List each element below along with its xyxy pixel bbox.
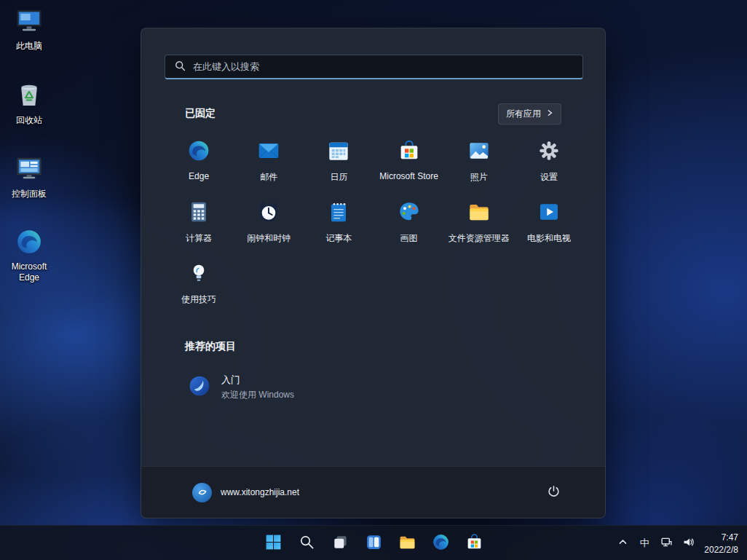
- desktop-icon-this-pc[interactable]: 此电脑: [4, 6, 55, 52]
- store-icon: [398, 139, 421, 165]
- pinned-app-edge[interactable]: Edge: [164, 135, 234, 192]
- user-profile-button[interactable]: www.xitongzhijia.net: [186, 478, 305, 507]
- get-started-icon: [188, 374, 211, 401]
- monitor-icon: [15, 6, 44, 38]
- app-label: 邮件: [260, 171, 277, 184]
- taskbar-store-button[interactable]: [459, 529, 489, 558]
- app-label: 文件资源管理器: [448, 232, 510, 245]
- taskbar-search-button[interactable]: [292, 529, 321, 558]
- pinned-app-calculator[interactable]: 计算器: [164, 196, 234, 253]
- pinned-app-paint[interactable]: 画图: [374, 196, 443, 253]
- search-icon: [299, 534, 315, 553]
- desktop-icon-label: 此电脑: [16, 41, 42, 52]
- taskbar-widgets-button[interactable]: [359, 529, 388, 558]
- folder-icon: [398, 533, 416, 554]
- tray-date: 2022/2/8: [704, 544, 738, 556]
- pinned-app-clock[interactable]: 闹钟和时钟: [234, 196, 304, 253]
- settings-gear-icon: [537, 139, 561, 165]
- power-button[interactable]: [540, 479, 567, 505]
- desktop-icon-control-panel[interactable]: 控制面板: [4, 154, 55, 200]
- volume-icon: [682, 536, 695, 551]
- taskbar-center: [258, 529, 489, 558]
- widgets-icon: [365, 533, 383, 554]
- taskbar-tray: 中 7:47 202: [612, 529, 744, 558]
- taskbar: 中 7:47 202: [0, 525, 747, 560]
- desktop-icon-column: 此电脑 回收站: [4, 6, 55, 284]
- lightbulb-icon: [187, 261, 210, 288]
- folder-icon: [467, 200, 491, 226]
- avatar: [192, 483, 212, 502]
- recommended-item-subtitle: 欢迎使用 Windows: [221, 389, 294, 401]
- tray-clock[interactable]: 7:47 2022/2/8: [700, 530, 744, 556]
- windows-logo-icon: [264, 533, 282, 554]
- all-apps-label: 所有应用: [506, 108, 541, 120]
- search-icon: [174, 60, 186, 74]
- desktop-icon-label: Microsoft Edge: [4, 261, 55, 284]
- ime-label: 中: [640, 537, 649, 550]
- desktop-icon-label: 回收站: [16, 115, 42, 127]
- recommended-item-title: 入门: [221, 374, 294, 387]
- pinned-app-mail[interactable]: 邮件: [234, 135, 304, 192]
- all-apps-button[interactable]: 所有应用: [498, 103, 561, 125]
- tray-time: 7:47: [704, 532, 738, 544]
- photos-icon: [467, 139, 491, 165]
- search-input[interactable]: [193, 61, 574, 72]
- app-label: 使用技巧: [181, 293, 216, 306]
- pinned-app-grid: Edge 邮件: [164, 135, 584, 314]
- task-view-icon: [332, 534, 349, 553]
- app-label: 记事本: [325, 232, 352, 245]
- tray-show-hidden-button[interactable]: [612, 530, 633, 556]
- app-label: 闹钟和时钟: [247, 232, 290, 245]
- pinned-app-calendar[interactable]: 日历: [304, 135, 374, 192]
- recommended-item-get-started[interactable]: 入门 欢迎使用 Windows: [179, 368, 303, 407]
- calendar-icon: [327, 139, 350, 165]
- store-icon: [465, 533, 483, 554]
- desktop-icon-recycle-bin[interactable]: 回收站: [4, 80, 55, 127]
- taskbar-explorer-button[interactable]: [392, 529, 422, 558]
- calculator-icon: [187, 200, 210, 226]
- app-label: 电影和电视: [527, 232, 571, 245]
- edge-icon: [187, 139, 210, 165]
- recommended-section-title: 推荐的项目: [185, 340, 236, 353]
- app-label: 画图: [400, 232, 418, 245]
- start-menu-footer: www.xitongzhijia.net: [141, 466, 605, 518]
- taskbar-taskview-button[interactable]: [325, 529, 355, 558]
- control-panel-icon: [15, 154, 44, 186]
- pinned-app-explorer[interactable]: 文件资源管理器: [444, 196, 514, 253]
- movies-tv-icon: [537, 200, 561, 226]
- pinned-app-settings[interactable]: 设置: [514, 135, 584, 192]
- taskbar-start-button[interactable]: [258, 529, 288, 558]
- alarm-clock-icon: [257, 200, 280, 226]
- edge-icon: [432, 533, 450, 554]
- power-icon: [547, 484, 561, 501]
- app-label: 日历: [330, 171, 347, 184]
- paint-palette-icon: [398, 200, 421, 226]
- app-label: Microsoft Store: [379, 171, 438, 181]
- pinned-app-tips[interactable]: 使用技巧: [164, 257, 234, 314]
- pinned-app-notepad[interactable]: 记事本: [304, 196, 374, 253]
- search-box: [165, 55, 583, 79]
- tray-network-button[interactable]: [656, 530, 676, 556]
- desktop-icon-label: 控制面板: [12, 189, 47, 200]
- recycle-bin-icon: [15, 80, 44, 112]
- pinned-app-photos[interactable]: 照片: [444, 135, 514, 192]
- pinned-section-title: 已固定: [185, 107, 216, 120]
- app-label: 设置: [540, 171, 558, 184]
- desktop-icon-edge[interactable]: Microsoft Edge: [4, 228, 55, 284]
- start-menu: 已固定 所有应用 Edge: [141, 28, 606, 518]
- tray-ime-button[interactable]: 中: [634, 530, 655, 556]
- pinned-app-movies[interactable]: 电影和电视: [514, 196, 584, 253]
- desktop: 此电脑 回收站: [0, 0, 747, 560]
- notepad-icon: [327, 200, 350, 226]
- app-label: 计算器: [186, 232, 212, 245]
- taskbar-edge-button[interactable]: [426, 529, 455, 558]
- tray-volume-button[interactable]: [678, 530, 698, 556]
- app-label: 照片: [470, 171, 488, 184]
- edge-icon: [15, 228, 43, 259]
- app-label: Edge: [189, 171, 209, 181]
- network-icon: [660, 536, 673, 551]
- chevron-up-icon: [618, 537, 628, 549]
- mail-icon: [257, 139, 280, 165]
- pinned-app-store[interactable]: Microsoft Store: [374, 135, 443, 192]
- chevron-right-icon: [546, 109, 553, 119]
